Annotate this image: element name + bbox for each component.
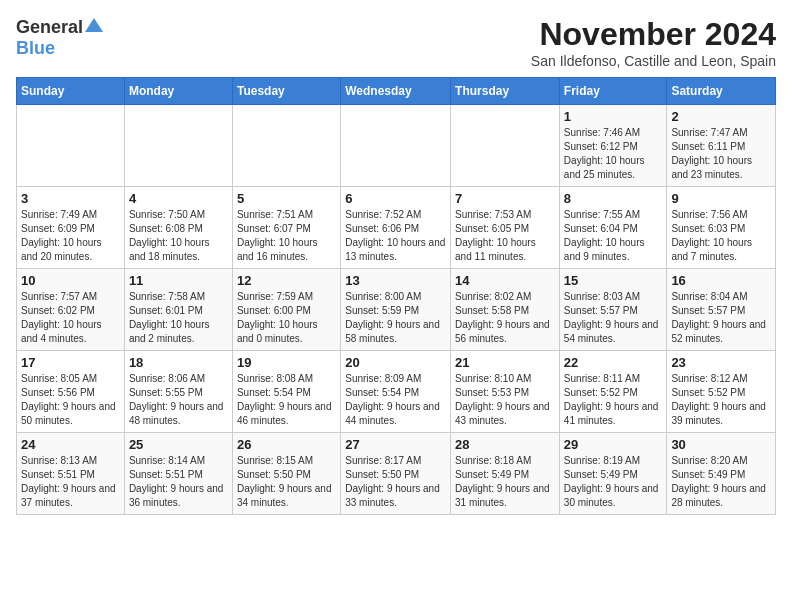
day-number: 18 <box>129 355 228 370</box>
day-number: 6 <box>345 191 446 206</box>
day-info: Sunrise: 8:03 AM Sunset: 5:57 PM Dayligh… <box>564 290 663 346</box>
header-day-thursday: Thursday <box>451 78 560 105</box>
calendar-cell: 13Sunrise: 8:00 AM Sunset: 5:59 PM Dayli… <box>341 269 451 351</box>
calendar-cell: 27Sunrise: 8:17 AM Sunset: 5:50 PM Dayli… <box>341 433 451 515</box>
calendar-cell: 10Sunrise: 7:57 AM Sunset: 6:02 PM Dayli… <box>17 269 125 351</box>
calendar-cell: 5Sunrise: 7:51 AM Sunset: 6:07 PM Daylig… <box>232 187 340 269</box>
title-area: November 2024 San Ildefonso, Castille an… <box>531 16 776 69</box>
calendar-cell <box>451 105 560 187</box>
week-row-5: 24Sunrise: 8:13 AM Sunset: 5:51 PM Dayli… <box>17 433 776 515</box>
calendar-cell <box>341 105 451 187</box>
day-number: 9 <box>671 191 771 206</box>
logo-blue: Blue <box>16 38 55 59</box>
day-number: 20 <box>345 355 446 370</box>
day-number: 22 <box>564 355 663 370</box>
day-number: 11 <box>129 273 228 288</box>
calendar-cell <box>232 105 340 187</box>
day-number: 5 <box>237 191 336 206</box>
day-number: 13 <box>345 273 446 288</box>
day-number: 16 <box>671 273 771 288</box>
header: General Blue November 2024 San Ildefonso… <box>16 16 776 69</box>
calendar-cell: 21Sunrise: 8:10 AM Sunset: 5:53 PM Dayli… <box>451 351 560 433</box>
day-info: Sunrise: 7:52 AM Sunset: 6:06 PM Dayligh… <box>345 208 446 264</box>
day-info: Sunrise: 7:51 AM Sunset: 6:07 PM Dayligh… <box>237 208 336 264</box>
calendar-cell: 8Sunrise: 7:55 AM Sunset: 6:04 PM Daylig… <box>559 187 667 269</box>
day-info: Sunrise: 8:14 AM Sunset: 5:51 PM Dayligh… <box>129 454 228 510</box>
day-info: Sunrise: 7:56 AM Sunset: 6:03 PM Dayligh… <box>671 208 771 264</box>
day-info: Sunrise: 7:53 AM Sunset: 6:05 PM Dayligh… <box>455 208 555 264</box>
header-day-saturday: Saturday <box>667 78 776 105</box>
week-row-4: 17Sunrise: 8:05 AM Sunset: 5:56 PM Dayli… <box>17 351 776 433</box>
day-info: Sunrise: 7:49 AM Sunset: 6:09 PM Dayligh… <box>21 208 120 264</box>
day-info: Sunrise: 8:12 AM Sunset: 5:52 PM Dayligh… <box>671 372 771 428</box>
day-info: Sunrise: 8:00 AM Sunset: 5:59 PM Dayligh… <box>345 290 446 346</box>
day-info: Sunrise: 8:20 AM Sunset: 5:49 PM Dayligh… <box>671 454 771 510</box>
day-number: 24 <box>21 437 120 452</box>
day-info: Sunrise: 8:02 AM Sunset: 5:58 PM Dayligh… <box>455 290 555 346</box>
calendar-cell: 29Sunrise: 8:19 AM Sunset: 5:49 PM Dayli… <box>559 433 667 515</box>
header-day-wednesday: Wednesday <box>341 78 451 105</box>
day-info: Sunrise: 8:10 AM Sunset: 5:53 PM Dayligh… <box>455 372 555 428</box>
header-row: SundayMondayTuesdayWednesdayThursdayFrid… <box>17 78 776 105</box>
day-info: Sunrise: 8:11 AM Sunset: 5:52 PM Dayligh… <box>564 372 663 428</box>
header-day-tuesday: Tuesday <box>232 78 340 105</box>
day-number: 30 <box>671 437 771 452</box>
calendar-cell <box>17 105 125 187</box>
calendar-cell: 20Sunrise: 8:09 AM Sunset: 5:54 PM Dayli… <box>341 351 451 433</box>
calendar-cell: 24Sunrise: 8:13 AM Sunset: 5:51 PM Dayli… <box>17 433 125 515</box>
day-info: Sunrise: 8:15 AM Sunset: 5:50 PM Dayligh… <box>237 454 336 510</box>
calendar-cell: 22Sunrise: 8:11 AM Sunset: 5:52 PM Dayli… <box>559 351 667 433</box>
logo-bird-icon <box>85 16 103 34</box>
day-info: Sunrise: 8:04 AM Sunset: 5:57 PM Dayligh… <box>671 290 771 346</box>
day-number: 8 <box>564 191 663 206</box>
day-info: Sunrise: 8:06 AM Sunset: 5:55 PM Dayligh… <box>129 372 228 428</box>
day-info: Sunrise: 7:57 AM Sunset: 6:02 PM Dayligh… <box>21 290 120 346</box>
day-number: 26 <box>237 437 336 452</box>
day-number: 10 <box>21 273 120 288</box>
day-number: 15 <box>564 273 663 288</box>
day-number: 25 <box>129 437 228 452</box>
day-number: 27 <box>345 437 446 452</box>
day-info: Sunrise: 7:58 AM Sunset: 6:01 PM Dayligh… <box>129 290 228 346</box>
svg-marker-0 <box>85 18 103 32</box>
day-info: Sunrise: 8:08 AM Sunset: 5:54 PM Dayligh… <box>237 372 336 428</box>
logo: General Blue <box>16 16 103 59</box>
day-info: Sunrise: 7:50 AM Sunset: 6:08 PM Dayligh… <box>129 208 228 264</box>
day-number: 12 <box>237 273 336 288</box>
day-info: Sunrise: 8:09 AM Sunset: 5:54 PM Dayligh… <box>345 372 446 428</box>
day-info: Sunrise: 7:59 AM Sunset: 6:00 PM Dayligh… <box>237 290 336 346</box>
day-info: Sunrise: 7:55 AM Sunset: 6:04 PM Dayligh… <box>564 208 663 264</box>
day-number: 1 <box>564 109 663 124</box>
day-number: 7 <box>455 191 555 206</box>
day-number: 3 <box>21 191 120 206</box>
day-info: Sunrise: 8:19 AM Sunset: 5:49 PM Dayligh… <box>564 454 663 510</box>
subtitle: San Ildefonso, Castille and Leon, Spain <box>531 53 776 69</box>
calendar-cell: 11Sunrise: 7:58 AM Sunset: 6:01 PM Dayli… <box>124 269 232 351</box>
calendar-cell: 14Sunrise: 8:02 AM Sunset: 5:58 PM Dayli… <box>451 269 560 351</box>
calendar-table: SundayMondayTuesdayWednesdayThursdayFrid… <box>16 77 776 515</box>
calendar-cell: 17Sunrise: 8:05 AM Sunset: 5:56 PM Dayli… <box>17 351 125 433</box>
day-info: Sunrise: 7:46 AM Sunset: 6:12 PM Dayligh… <box>564 126 663 182</box>
calendar-cell: 23Sunrise: 8:12 AM Sunset: 5:52 PM Dayli… <box>667 351 776 433</box>
day-number: 17 <box>21 355 120 370</box>
calendar-cell: 7Sunrise: 7:53 AM Sunset: 6:05 PM Daylig… <box>451 187 560 269</box>
week-row-3: 10Sunrise: 7:57 AM Sunset: 6:02 PM Dayli… <box>17 269 776 351</box>
calendar-cell: 18Sunrise: 8:06 AM Sunset: 5:55 PM Dayli… <box>124 351 232 433</box>
calendar-cell: 6Sunrise: 7:52 AM Sunset: 6:06 PM Daylig… <box>341 187 451 269</box>
logo-general: General <box>16 17 83 38</box>
day-number: 14 <box>455 273 555 288</box>
day-number: 29 <box>564 437 663 452</box>
calendar-cell: 3Sunrise: 7:49 AM Sunset: 6:09 PM Daylig… <box>17 187 125 269</box>
month-title: November 2024 <box>531 16 776 53</box>
day-info: Sunrise: 8:18 AM Sunset: 5:49 PM Dayligh… <box>455 454 555 510</box>
day-number: 21 <box>455 355 555 370</box>
calendar-cell: 9Sunrise: 7:56 AM Sunset: 6:03 PM Daylig… <box>667 187 776 269</box>
day-number: 19 <box>237 355 336 370</box>
day-info: Sunrise: 8:17 AM Sunset: 5:50 PM Dayligh… <box>345 454 446 510</box>
calendar-cell: 19Sunrise: 8:08 AM Sunset: 5:54 PM Dayli… <box>232 351 340 433</box>
calendar-cell: 2Sunrise: 7:47 AM Sunset: 6:11 PM Daylig… <box>667 105 776 187</box>
header-day-friday: Friday <box>559 78 667 105</box>
calendar-cell: 1Sunrise: 7:46 AM Sunset: 6:12 PM Daylig… <box>559 105 667 187</box>
week-row-2: 3Sunrise: 7:49 AM Sunset: 6:09 PM Daylig… <box>17 187 776 269</box>
day-number: 28 <box>455 437 555 452</box>
